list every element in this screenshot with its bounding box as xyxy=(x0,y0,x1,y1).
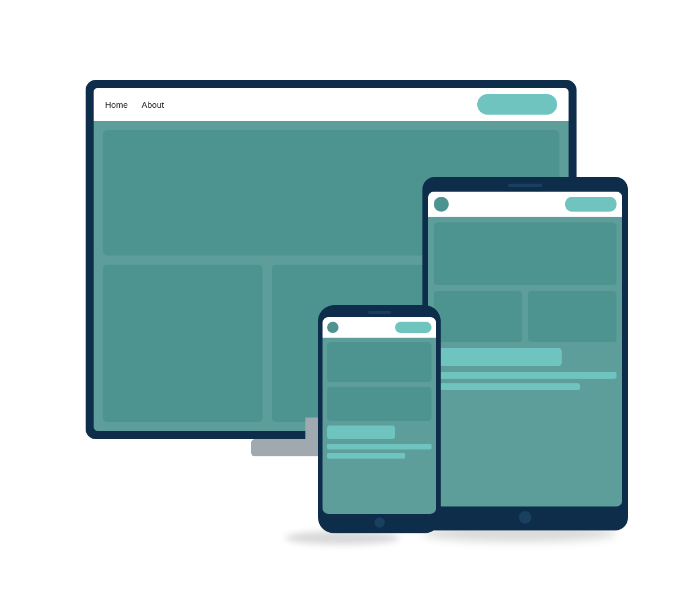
desktop-nav-button[interactable] xyxy=(477,94,557,115)
phone-text-lines xyxy=(327,444,432,459)
phone-device xyxy=(318,305,441,533)
tablet-home-button[interactable] xyxy=(519,511,531,524)
desktop-navbar: Home About xyxy=(94,88,569,121)
phone-avatar xyxy=(327,322,339,333)
phone-frame xyxy=(318,305,441,533)
phone-screen xyxy=(323,317,436,514)
tablet-text-lines xyxy=(434,372,616,390)
phone-line-2 xyxy=(327,453,405,459)
phone-home-button[interactable] xyxy=(374,517,385,528)
tablet-hero-block xyxy=(434,222,616,285)
phone-card-1 xyxy=(327,342,432,382)
scene: Home About xyxy=(57,51,628,565)
tablet-camera-bar xyxy=(508,184,542,187)
desktop-nav-home[interactable]: Home xyxy=(105,100,128,110)
phone-line-1 xyxy=(327,444,432,449)
phone-card-2 xyxy=(327,387,432,421)
phone-content xyxy=(323,338,436,514)
tablet-navbar xyxy=(428,192,622,217)
tablet-cta-button[interactable] xyxy=(434,348,562,366)
tablet-card-2 xyxy=(528,291,616,342)
tablet-frame xyxy=(422,177,628,530)
tablet-screen xyxy=(428,192,622,506)
phone-nav-button[interactable] xyxy=(395,322,432,333)
phone-camera-bar xyxy=(368,311,391,314)
phone-navbar xyxy=(323,317,436,338)
tablet-device xyxy=(422,177,628,530)
tablet-line-1 xyxy=(434,372,616,379)
tablet-line-2 xyxy=(434,383,580,390)
tablet-avatar xyxy=(434,197,449,212)
tablet-card-1 xyxy=(434,291,522,342)
desktop-nav-about[interactable]: About xyxy=(142,100,164,110)
phone-cta-button[interactable] xyxy=(327,425,395,439)
tablet-content xyxy=(428,217,622,506)
tablet-nav-button[interactable] xyxy=(565,197,616,212)
desktop-card-left xyxy=(103,265,263,422)
tablet-two-col xyxy=(434,291,616,342)
